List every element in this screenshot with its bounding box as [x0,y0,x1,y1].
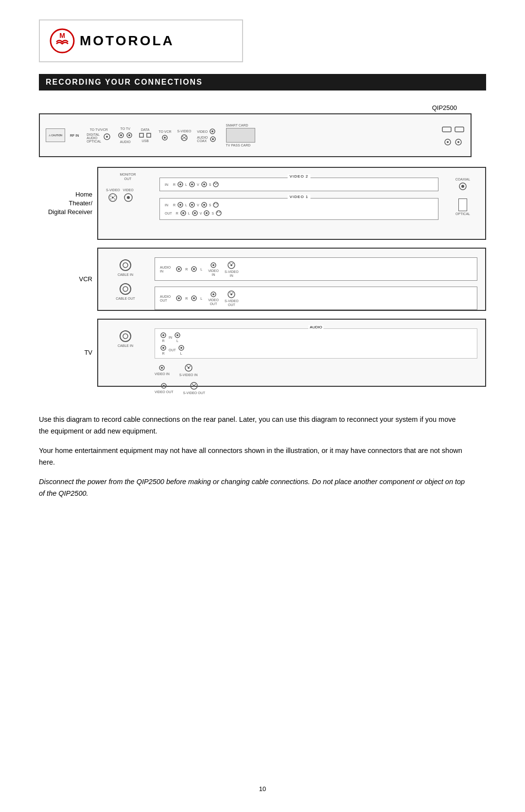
vcr-audio-out-r-icon [175,295,182,302]
vcr-right: AUDIO IN R L VIDEO IN [155,253,477,312]
tv-label: TV [84,348,92,357]
v2-s-icon [212,181,219,188]
svg-point-77 [230,264,232,266]
svg-point-47 [179,204,181,206]
conn2-icon [126,132,133,139]
ht-svideo-label: S-VIDEO [106,188,120,192]
to-vcr-label: TO VCR [158,130,171,133]
tv-svideo-out-label: S-VIDEO OUT [183,391,206,395]
svg-point-27 [457,141,459,143]
svg-point-101 [161,367,163,369]
conn3-icon [161,134,168,141]
v1out-r-icon [180,210,187,217]
svg-point-73 [193,268,195,270]
tv-cable-in-label: CABLE IN [118,344,133,347]
svg-point-44 [216,183,217,184]
tv-video-out-icon [160,382,167,389]
svg-point-3 [106,136,108,138]
svg-point-99 [180,347,182,349]
svg-point-49 [191,204,193,206]
audio-coax-label: AUDIOCOAX [197,136,208,143]
svg-point-32 [110,198,111,199]
motorola-logo: M MOTOROLA [50,28,175,54]
svg-point-45 [215,184,216,185]
tv-audio-out-r-icon [160,344,167,351]
home-theater-label: Home Theater/ Digital Receiver [48,190,92,217]
coaxial-icon [458,182,467,191]
device-label-col: Home Theater/ Digital Receiver VCR TV [39,167,97,387]
usb2-icon [146,132,152,138]
svg-point-58 [194,212,196,214]
qip-inner: ⚠ CAUTION RF IN TO TV/VCR DIGITALAUDIOOP… [46,118,465,152]
usb-icon [139,132,144,138]
svg-point-5 [120,134,122,136]
v2-r-icon [177,181,184,188]
svg-point-35 [127,196,130,199]
tv-video-in-label: VIDEO IN [155,372,170,376]
video1-title: VIDEO 1 [288,195,311,199]
svg-point-71 [178,268,180,270]
video1-row: VIDEO 1 IN R L V [159,198,438,220]
logo-box: M MOTOROLA [39,19,243,62]
svg-point-43 [214,183,215,184]
vcr-video-out-icon [210,291,217,298]
tv-audio-out-l-icon [178,344,185,351]
svg-point-19 [211,130,213,132]
tv-left: CABLE IN [106,325,145,347]
svg-rect-22 [442,127,451,132]
svg-point-79 [232,263,233,264]
svg-point-85 [212,293,214,295]
digital-audio-optical-label: DIGITALAUDIOOPTICAL [87,133,101,143]
page-number: 10 [39,774,486,793]
tv-video-out-label: VIDEO OUT [155,390,174,394]
svg-point-107 [163,385,165,387]
body-p2: Your home entertainment equipment may no… [39,445,467,469]
svg-point-65 [461,185,464,188]
svg-point-111 [195,384,196,385]
body-p1: Use this diagram to record cable connect… [39,414,467,437]
svg-point-95 [176,334,178,336]
home-theater-box: MONITOR OUT S-VIDEO VIDEO [97,167,486,240]
svg-point-7 [128,134,130,136]
svg-point-11 [164,137,166,139]
vcr-left: CABLE IN CABLE OUT [106,253,145,300]
ht-video-icon [123,193,133,202]
svg-point-83 [193,297,195,299]
usb-label: USB [142,139,149,143]
conn1-icon [118,132,124,139]
svg-point-110 [192,384,193,385]
smart-card-label: SMART CARD [226,124,255,127]
svg-point-62 [217,212,218,213]
vcr-label: VCR [79,275,92,284]
svg-point-105 [190,366,191,367]
svg-point-67 [123,263,128,268]
optical-conn-icon [103,133,111,141]
svg-point-17 [185,138,186,139]
tv-audio-title: AUDIO [308,325,323,329]
svg-point-93 [162,334,164,336]
vcr-out-row: AUDIO OUT R L VIDEO OUT [155,287,477,310]
vent2-icon [454,138,463,146]
svg-point-69 [123,287,128,291]
to-tv-label: TO TV [121,127,130,130]
v1in-s-icon [212,201,219,208]
vcr-cable-out-label: CABLE OUT [116,297,135,300]
svg-point-81 [178,297,180,299]
monitor-out-label: MONITOR [120,173,136,176]
qip-label: QIP2500 [39,104,486,111]
svg-point-109 [193,385,195,387]
svg-point-54 [216,203,217,204]
devices-col: MONITOR OUT S-VIDEO VIDEO [97,167,486,387]
svg-point-87 [230,293,232,295]
v1in-r-icon [177,201,184,208]
v2-v-icon [201,181,208,188]
svg-point-97 [162,347,164,349]
vent1-icon [443,138,452,146]
svg-point-88 [229,292,230,293]
to-tvvcr-label: TO TV/VCR [90,128,108,131]
warning-box: ⚠ CAUTION [46,128,65,142]
vcr-box: CABLE IN CABLE OUT AUD [97,248,486,311]
svg-point-103 [188,367,190,369]
svg-point-16 [182,138,183,139]
slot1-icon [441,124,452,135]
